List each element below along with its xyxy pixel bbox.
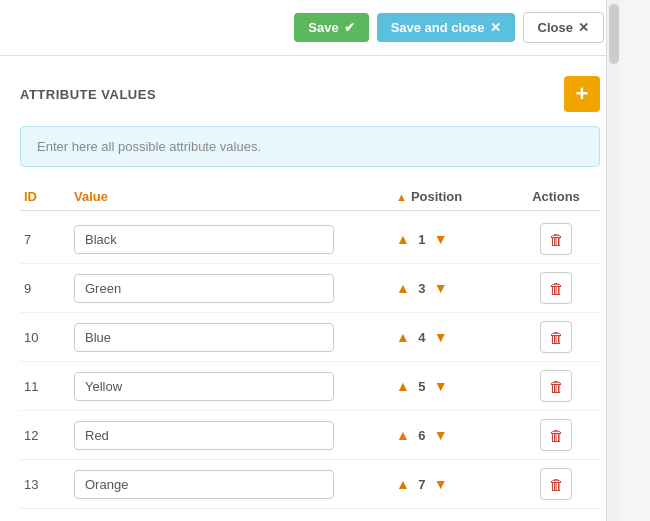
row-actions-cell: 🗑 — [516, 321, 596, 353]
position-number: 1 — [414, 232, 430, 247]
value-input[interactable] — [74, 274, 334, 303]
position-number: 6 — [414, 428, 430, 443]
value-input[interactable] — [74, 323, 334, 352]
col-id-header: ID — [24, 189, 74, 204]
position-down-icon[interactable]: ▼ — [434, 329, 448, 345]
row-actions-cell: 🗑 — [516, 223, 596, 255]
row-id: 11 — [24, 379, 74, 394]
col-position-label: Position — [411, 189, 462, 204]
row-actions-cell: 🗑 — [516, 419, 596, 451]
position-down-icon[interactable]: ▼ — [434, 280, 448, 296]
position-down-icon[interactable]: ▼ — [434, 476, 448, 492]
table-row: 11 ▲ 5 ▼ 🗑 — [20, 362, 600, 411]
section-header: ATTRIBUTE VALUES + — [20, 76, 600, 112]
close-x-icon: ✕ — [578, 20, 589, 35]
delete-button[interactable]: 🗑 — [540, 419, 572, 451]
save-close-x-icon: ✕ — [490, 20, 501, 35]
row-value-cell — [74, 470, 396, 499]
section-title: ATTRIBUTE VALUES — [20, 87, 156, 102]
row-id: 10 — [24, 330, 74, 345]
position-number: 3 — [414, 281, 430, 296]
position-down-icon[interactable]: ▼ — [434, 231, 448, 247]
save-check-icon: ✔ — [344, 20, 355, 35]
row-position-cell: ▲ 3 ▼ — [396, 280, 516, 296]
row-value-cell — [74, 274, 396, 303]
delete-button[interactable]: 🗑 — [540, 370, 572, 402]
save-button[interactable]: Save ✔ — [294, 13, 368, 42]
trash-icon: 🗑 — [549, 427, 564, 444]
table-row: 7 ▲ 1 ▼ 🗑 — [20, 215, 600, 264]
close-button[interactable]: Close ✕ — [523, 12, 604, 43]
save-label: Save — [308, 20, 338, 35]
trash-icon: 🗑 — [549, 280, 564, 297]
row-actions-cell: 🗑 — [516, 370, 596, 402]
trash-icon: 🗑 — [549, 231, 564, 248]
col-actions-header: Actions — [516, 189, 596, 204]
row-position-cell: ▲ 1 ▼ — [396, 231, 516, 247]
value-input[interactable] — [74, 225, 334, 254]
row-actions-cell: 🗑 — [516, 468, 596, 500]
table-body: 7 ▲ 1 ▼ 🗑 9 ▲ 3 ▼ — [20, 215, 600, 509]
save-close-label: Save and close — [391, 20, 485, 35]
scrollbar[interactable] — [606, 0, 620, 521]
row-position-cell: ▲ 6 ▼ — [396, 427, 516, 443]
delete-button[interactable]: 🗑 — [540, 321, 572, 353]
table-row: 9 ▲ 3 ▼ 🗑 — [20, 264, 600, 313]
table-row: 10 ▲ 4 ▼ 🗑 — [20, 313, 600, 362]
trash-icon: 🗑 — [549, 329, 564, 346]
delete-button[interactable]: 🗑 — [540, 468, 572, 500]
position-down-icon[interactable]: ▼ — [434, 427, 448, 443]
row-position-cell: ▲ 5 ▼ — [396, 378, 516, 394]
position-up-icon[interactable]: ▲ — [396, 427, 410, 443]
info-text: Enter here all possible attribute values… — [37, 139, 261, 154]
row-id: 12 — [24, 428, 74, 443]
toolbar: Save ✔ Save and close ✕ Close ✕ — [0, 0, 620, 56]
row-position-cell: ▲ 4 ▼ — [396, 329, 516, 345]
row-value-cell — [74, 372, 396, 401]
row-position-cell: ▲ 7 ▼ — [396, 476, 516, 492]
table-header: ID Value ▲ Position Actions — [20, 183, 600, 211]
close-label: Close — [538, 20, 573, 35]
save-close-button[interactable]: Save and close ✕ — [377, 13, 515, 42]
table-row: 13 ▲ 7 ▼ 🗑 — [20, 460, 600, 509]
add-icon: + — [576, 83, 589, 105]
position-up-icon[interactable]: ▲ — [396, 378, 410, 394]
position-up-icon[interactable]: ▲ — [396, 329, 410, 345]
delete-button[interactable]: 🗑 — [540, 272, 572, 304]
content-area: ATTRIBUTE VALUES + Enter here all possib… — [0, 56, 620, 521]
table-row: 12 ▲ 6 ▼ 🗑 — [20, 411, 600, 460]
row-id: 7 — [24, 232, 74, 247]
row-id: 9 — [24, 281, 74, 296]
add-attribute-button[interactable]: + — [564, 76, 600, 112]
trash-icon: 🗑 — [549, 476, 564, 493]
position-number: 5 — [414, 379, 430, 394]
position-number: 7 — [414, 477, 430, 492]
value-input[interactable] — [74, 421, 334, 450]
row-actions-cell: 🗑 — [516, 272, 596, 304]
position-down-icon[interactable]: ▼ — [434, 378, 448, 394]
row-value-cell — [74, 323, 396, 352]
row-value-cell — [74, 421, 396, 450]
col-value-header: Value — [74, 189, 396, 204]
row-value-cell — [74, 225, 396, 254]
col-position-header: ▲ Position — [396, 189, 516, 204]
position-up-icon[interactable]: ▲ — [396, 231, 410, 247]
value-input[interactable] — [74, 470, 334, 499]
scrollbar-thumb — [609, 4, 619, 64]
trash-icon: 🗑 — [549, 378, 564, 395]
info-box: Enter here all possible attribute values… — [20, 126, 600, 167]
main-container: Save ✔ Save and close ✕ Close ✕ ATTRIBUT… — [0, 0, 620, 521]
position-up-icon[interactable]: ▲ — [396, 280, 410, 296]
delete-button[interactable]: 🗑 — [540, 223, 572, 255]
value-input[interactable] — [74, 372, 334, 401]
row-id: 13 — [24, 477, 74, 492]
position-up-icon[interactable]: ▲ — [396, 476, 410, 492]
sort-icon: ▲ — [396, 191, 407, 203]
position-number: 4 — [414, 330, 430, 345]
